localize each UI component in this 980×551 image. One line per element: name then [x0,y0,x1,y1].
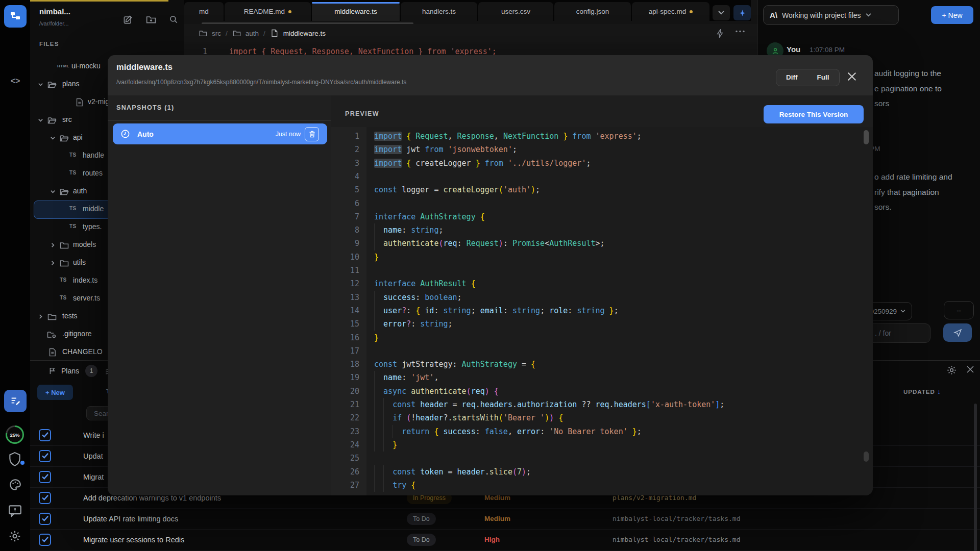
chevron-right-icon[interactable] [36,313,44,321]
send-button[interactable] [943,323,972,342]
code-text: return { success: false, error: 'No Bear… [374,425,642,438]
new-folder-icon[interactable] [145,14,157,25]
folder-icon [199,29,208,38]
tab-middleware-ts[interactable]: middleware.ts [312,2,400,21]
tab-api-spec-md[interactable]: api-spec.md [632,2,709,21]
tasks-section-title[interactable]: Plans [61,367,79,375]
search-icon[interactable] [168,14,179,25]
quick-action-bolt-icon[interactable] [716,29,724,38]
message-line: audit logging to the [874,66,942,81]
message-line: sors. [874,199,952,215]
code-line: 18const jwtStrategy: AuthStrategy = { [331,358,873,371]
tree-item-label: utils [73,258,86,266]
feedback-icon[interactable] [8,505,22,517]
line-number: 20 [331,385,359,398]
new-conversation-button[interactable]: + New [931,6,973,24]
code-text: } [374,438,397,452]
task-checkbox[interactable] [39,429,51,441]
chevron-right-icon[interactable] [48,259,57,267]
task-title: Write i [83,431,104,439]
conversation-selector[interactable]: A\ Working with project files [763,5,899,25]
tab-users-csv[interactable]: users.csv [478,2,553,21]
line-number: 8 [331,223,359,237]
message-line: sors [874,96,942,111]
shield-icon[interactable] [8,452,21,467]
options-button[interactable]: -- [944,301,974,319]
message-time: 1:07:08 PM [810,46,845,54]
updated-column-header[interactable]: UPDATED ↓ [903,387,941,395]
tasks-count-badge: 1 [85,365,97,377]
tree-item-label: ui-mocku [71,62,101,70]
task-checkbox[interactable] [39,534,51,546]
modal-title: middleware.ts [116,62,173,72]
tasks-close-icon[interactable] [966,365,976,375]
full-toggle[interactable]: Full [807,70,839,85]
code-line: 11 [331,264,873,277]
code-text: const jwtStrategy: AuthStrategy = { [374,358,535,371]
task-checkbox[interactable] [39,450,51,462]
code-line: 7interface AuthStrategy { [331,210,873,223]
new-task-button[interactable]: + New [37,385,73,400]
typescript-file-icon: TS [69,206,77,211]
chevron-down-icon [866,13,871,17]
tab-handlers-ts[interactable]: handlers.ts [401,2,477,21]
tree-item-label: routes [83,169,103,177]
line-number: 13 [331,291,359,304]
more-actions-icon[interactable] [736,30,745,33]
breadcrumb-src[interactable]: src [212,30,221,37]
progress-ring[interactable]: 25% [6,425,24,444]
tab-label: users.csv [501,8,530,15]
document-file-icon [48,348,56,357]
background-code-line: 1 import { Request, Response, NextFuncti… [184,42,757,55]
tasks-settings-icon[interactable] [946,365,958,376]
chevron-right-icon[interactable] [48,241,57,249]
code-scrollbar-thumb-lower[interactable] [864,452,869,462]
new-tab-sparkle-button[interactable] [733,5,751,20]
tab-readme-md[interactable]: README.md [225,2,311,21]
code-text: try { [374,479,415,492]
breadcrumb-auth[interactable]: auth [246,30,259,37]
line-number: 9 [331,237,359,250]
task-row[interactable]: Migrate user sessions to RedisTo DoHighn… [30,529,980,550]
folder-icon [232,29,241,38]
snapshot-name: Auto [137,130,154,138]
tasks-scrollbar[interactable] [974,404,977,551]
code-view-icon[interactable]: <> [6,76,24,87]
html-file-icon: HTML [57,64,69,68]
breadcrumb-file[interactable]: middleware.ts [283,30,326,37]
task-search-placeholder: Sear [94,410,109,417]
file-icon [270,29,279,38]
delete-snapshot-button[interactable] [305,127,319,141]
restore-version-button[interactable]: Restore This Version [764,105,864,123]
task-checkbox[interactable] [39,492,51,504]
task-row[interactable]: Update API rate limiting docsTo DoMedium… [30,508,980,530]
chevron-down-icon[interactable] [36,116,44,124]
new-file-icon[interactable] [122,14,133,25]
line-number: 12 [331,277,359,290]
tab-config-json[interactable]: config.json [554,2,631,21]
task-checkbox[interactable] [39,513,51,525]
tab-md[interactable]: md [184,2,224,21]
line-number: 14 [331,304,359,317]
line-number: 10 [331,251,359,264]
tab-overflow-button[interactable] [713,5,730,20]
chevron-down-icon[interactable] [48,188,57,196]
modal-close-icon[interactable] [846,71,857,82]
code-line: 15 error?: string; [331,317,873,331]
line-number: 27 [331,479,359,492]
code-scrollbar-thumb[interactable] [864,130,869,144]
chevron-down-icon[interactable] [48,134,57,142]
palette-icon[interactable] [9,478,22,491]
line-number: 22 [331,411,359,424]
tasks-rail-button[interactable] [4,390,27,412]
snapshot-item-auto[interactable]: Auto Just now [113,123,327,144]
line-number: 6 [331,197,359,210]
chevron-down-icon[interactable] [36,81,44,89]
code-line: 20 async authenticate(req) { [331,385,873,398]
app-logo-button[interactable] [4,5,27,28]
settings-gear-icon[interactable] [8,530,21,543]
code-text: interface AuthResult { [374,277,476,290]
task-checkbox[interactable] [39,471,51,483]
diff-toggle[interactable]: Diff [776,70,807,85]
chevron-down-icon [900,310,905,313]
